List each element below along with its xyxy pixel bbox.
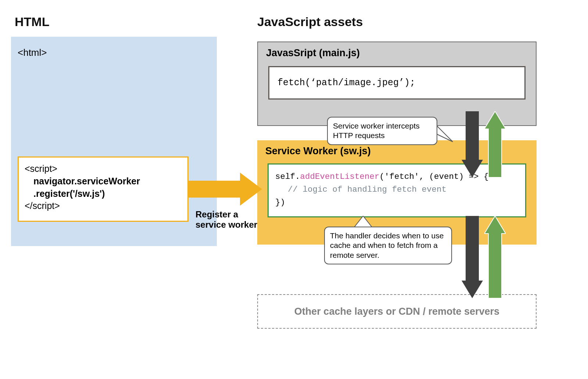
svg-marker-1 xyxy=(436,125,453,142)
heading-html: HTML xyxy=(15,15,49,29)
script-close: </script> xyxy=(25,200,182,212)
arrow-up-server-to-sw-icon xyxy=(484,216,506,298)
bubble-handler: The handler decides when to use cache an… xyxy=(324,227,452,264)
bottom-server-box: Other cache layers or CDN / remote serve… xyxy=(257,294,537,329)
script-line-2: .register('/sw.js') xyxy=(25,188,182,200)
sw-code-close: }) xyxy=(275,196,519,209)
bottom-server-label: Other cache layers or CDN / remote serve… xyxy=(294,306,499,317)
script-code-box: <script> navigator.serviceWorker .regist… xyxy=(18,156,189,222)
svg-marker-0 xyxy=(189,173,262,206)
svg-marker-5 xyxy=(462,216,483,298)
register-arrow-label: Register a service worker xyxy=(196,209,262,230)
arrow-up-sw-to-js-icon xyxy=(484,111,506,177)
html-tag-text: <html> xyxy=(18,47,47,58)
bubble-intercept-tail-icon xyxy=(434,125,456,143)
js-panel-title: JavasSript (main.js) xyxy=(258,42,536,62)
register-arrow-icon xyxy=(189,173,262,206)
bubble-intercept: Service worker intercepts HTTP requests xyxy=(327,117,437,145)
sw-code-prefix: self. xyxy=(275,172,300,181)
arrow-down-js-to-sw-icon xyxy=(462,111,483,177)
sw-code-comment: // logic of handling fetch event xyxy=(275,183,519,196)
svg-marker-4 xyxy=(484,111,506,177)
svg-marker-3 xyxy=(462,111,483,177)
svg-marker-6 xyxy=(484,216,506,298)
heading-js-assets: JavaScript assets xyxy=(257,15,363,29)
js-code-box: fetch(‘path/image.jpeg’); xyxy=(268,66,526,100)
sw-code-keyword: addEventListener xyxy=(300,172,380,181)
script-open: <script> xyxy=(25,163,182,175)
script-line-1: navigator.serviceWorker xyxy=(25,175,182,188)
arrow-down-sw-to-server-icon xyxy=(462,216,483,298)
